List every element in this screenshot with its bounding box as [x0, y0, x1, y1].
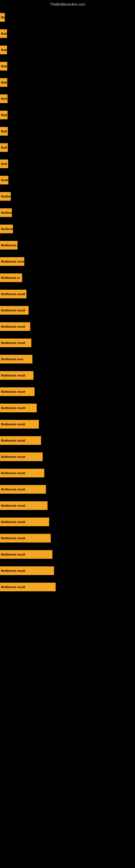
bar-7: Bott: [0, 127, 8, 135]
bar-32: Bottleneck result: [0, 534, 51, 542]
bar-3: Bott: [0, 62, 7, 70]
bar-row: Bott: [0, 59, 135, 73]
bar-row: Bottleneck result: [0, 287, 135, 301]
bar-label-11: Bottlene: [1, 195, 11, 198]
bar-label-2: Bott: [1, 48, 7, 52]
bar-row: Bottle: [0, 173, 135, 187]
bar-13: Bottlene: [0, 225, 13, 233]
bar-35: Bottleneck result: [0, 583, 56, 591]
bar-label-12: Bottlene: [1, 211, 12, 214]
bar-row: Bottleneck result: [0, 384, 135, 399]
bar-12: Bottlene: [0, 208, 12, 217]
bar-33: Bottleneck result: [0, 550, 52, 559]
bar-5: Bott: [0, 94, 8, 103]
bar-row: Bott: [0, 141, 135, 155]
site-title: TheBottlenecker.com: [0, 0, 135, 8]
bar-row: Bott: [0, 27, 135, 41]
bars-container: BoBottBottBottBottBottBottBottBottBottBo…: [0, 8, 135, 599]
bar-1: Bott: [0, 29, 7, 38]
bar-16: Bottleneck re: [0, 273, 22, 282]
bar-15: Bottleneck resul: [0, 257, 24, 266]
bar-34: Bottleneck result: [0, 566, 54, 575]
bar-14: Bottleneck r: [0, 241, 17, 250]
bar-row: Bottleneck result: [0, 547, 135, 561]
bar-label-19: Bottleneck result: [1, 325, 25, 328]
bar-25: Bottleneck result: [0, 420, 39, 429]
bar-label-26: Bottleneck result: [1, 439, 25, 442]
bar-4: Bott: [0, 78, 7, 87]
bar-row: Bottlene: [0, 222, 135, 236]
bar-row: Bott: [0, 92, 135, 106]
bar-label-10: Bottle: [1, 179, 8, 182]
bar-row: Bottleneck resul: [0, 254, 135, 269]
bar-row: Bottleneck result: [0, 368, 135, 382]
bar-row: Bottlene: [0, 189, 135, 204]
bar-label-15: Bottleneck resul: [1, 260, 24, 263]
bar-22: Bottleneck result: [0, 371, 34, 380]
bar-row: Bottleneck result: [0, 564, 135, 578]
bar-8: Bott: [0, 143, 8, 152]
bar-label-23: Bottleneck result: [1, 390, 25, 393]
bar-label-30: Bottleneck result: [1, 504, 25, 507]
bar-9: Bott: [0, 159, 8, 168]
bar-18: Bottleneck result: [0, 306, 29, 315]
bar-26: Bottleneck result: [0, 436, 41, 445]
bar-row: Bottleneck resu: [0, 352, 135, 366]
bar-label-16: Bottleneck re: [1, 276, 20, 279]
bar-10: Bottle: [0, 176, 8, 184]
bar-label-27: Bottleneck result: [1, 455, 25, 458]
bar-31: Bottleneck result: [0, 518, 49, 526]
bar-24: Bottleneck result: [0, 404, 37, 412]
bar-row: Bottleneck result: [0, 466, 135, 480]
bar-row: Bottleneck result: [0, 499, 135, 513]
bar-row: Bottleneck result: [0, 482, 135, 496]
bar-label-3: Bott: [1, 65, 7, 68]
bar-label-22: Bottleneck result: [1, 374, 25, 377]
bar-23: Bottleneck result: [0, 388, 35, 396]
bar-2: Bott: [0, 45, 7, 54]
bar-0: Bo: [0, 13, 5, 22]
bar-row: Bott: [0, 157, 135, 171]
bar-row: Bottleneck r: [0, 238, 135, 252]
bar-row: Bottleneck result: [0, 417, 135, 431]
bar-label-13: Bottlene: [1, 227, 13, 230]
bar-label-7: Bott: [1, 130, 7, 133]
bar-27: Bottleneck result: [0, 453, 43, 461]
bar-row: Bott: [0, 108, 135, 122]
bar-row: Bo: [0, 10, 135, 24]
bar-19: Bottleneck result: [0, 322, 30, 331]
bar-row: Bottleneck re: [0, 271, 135, 285]
bar-row: Bottleneck result: [0, 303, 135, 317]
bar-row: Bottleneck result: [0, 450, 135, 464]
bar-row: Bottleneck result: [0, 336, 135, 350]
bar-row: Bott: [0, 43, 135, 57]
bar-29: Bottleneck result: [0, 485, 46, 494]
bar-label-5: Bott: [1, 97, 7, 100]
bar-label-28: Bottleneck result: [1, 471, 25, 475]
bar-label-24: Bottleneck result: [1, 406, 25, 410]
bar-30: Bottleneck result: [0, 501, 48, 510]
bar-row: Bottleneck result: [0, 580, 135, 594]
bar-label-29: Bottleneck result: [1, 488, 25, 491]
bar-label-20: Bottleneck result: [1, 341, 25, 344]
bar-row: Bottleneck result: [0, 433, 135, 447]
bar-label-34: Bottleneck result: [1, 569, 25, 572]
bar-label-9: Bott: [1, 162, 7, 165]
bar-6: Bott: [0, 111, 8, 119]
bar-label-32: Bottleneck result: [1, 536, 25, 540]
bar-row: Bott: [0, 75, 135, 90]
bar-label-14: Bottleneck r: [1, 244, 17, 247]
bar-28: Bottleneck result: [0, 469, 44, 477]
bar-label-35: Bottleneck result: [1, 585, 25, 589]
bar-label-18: Bottleneck result: [1, 309, 25, 312]
bar-label-25: Bottleneck result: [1, 423, 25, 426]
bar-label-0: Bo: [1, 16, 5, 19]
bar-label-21: Bottleneck resu: [1, 358, 24, 361]
bar-row: Bottleneck result: [0, 319, 135, 334]
bar-label-6: Bott: [1, 113, 7, 117]
bar-21: Bottleneck resu: [0, 355, 32, 364]
bar-row: Bottlene: [0, 206, 135, 220]
bar-label-4: Bott: [1, 81, 7, 84]
bar-label-8: Bott: [1, 146, 7, 149]
bar-row: Bottleneck result: [0, 401, 135, 415]
